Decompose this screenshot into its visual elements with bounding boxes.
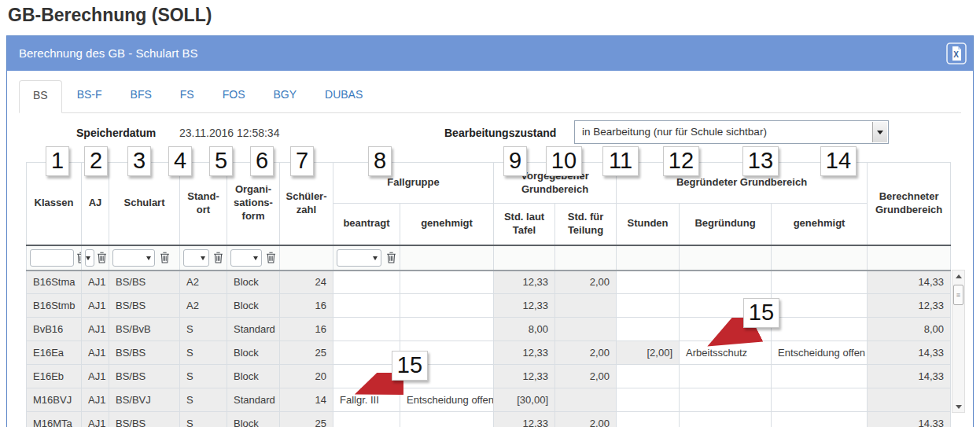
cell-schulart: BS/BS — [109, 365, 180, 388]
cell-schulart: BS/BS — [109, 412, 180, 427]
tab-bar: BS BS-F BFS FS FOS BGY DUBAS — [19, 80, 961, 113]
group-header-fallgruppe: Fallgruppe — [333, 163, 494, 204]
filter-select-aj[interactable] — [85, 249, 94, 267]
cell-standort: S — [180, 318, 227, 341]
cell-stunden[interactable] — [617, 412, 680, 427]
cell-stunden[interactable] — [617, 271, 680, 294]
scroll-down-icon[interactable] — [952, 401, 964, 412]
cell-genehmigt[interactable] — [400, 318, 494, 341]
cell-organisationsform: Standard — [227, 318, 280, 341]
table-row: B16StmbAJ1BS/BSA2Block1612,3312,33 — [27, 294, 951, 318]
filter-input-klassen[interactable] — [30, 249, 74, 267]
cell-schulart: BS/BS — [109, 341, 180, 365]
cell-genehmigt[interactable] — [400, 294, 494, 318]
caret-down-icon — [253, 256, 258, 260]
cell-organisationsform: Block — [227, 271, 280, 294]
filter-select-beantragt[interactable] — [337, 249, 381, 267]
cell-begruendung[interactable] — [680, 271, 772, 294]
bearbeitungszustand-select[interactable]: in Bearbeitung (nur für Schule sichtbar) — [574, 120, 889, 144]
cell-standort: S — [180, 412, 227, 427]
tab-bfs[interactable]: BFS — [117, 80, 165, 112]
cell-genehmigt2[interactable] — [772, 388, 868, 412]
cell-schulart: BS/BS — [109, 271, 180, 294]
annotation-box-15b: 15 — [392, 351, 428, 381]
cell-std-fuer-teilung: 2,00 — [555, 271, 617, 294]
caret-down-icon — [146, 256, 151, 260]
cell-genehmigt[interactable] — [400, 271, 494, 294]
cell-berechneter-grundbereich: 14,33 — [868, 412, 951, 427]
col-header-beantragt: beantragt — [333, 204, 400, 245]
cell-begruendung[interactable] — [680, 365, 772, 388]
cell-std-fuer-teilung: 2,00 — [555, 365, 617, 388]
cell-stunden[interactable] — [617, 294, 680, 318]
bearbeitungszustand-label: Bearbeitungszustand — [444, 127, 556, 139]
cell-begruendung[interactable] — [680, 412, 772, 427]
cell-beantragt[interactable] — [333, 294, 400, 318]
scrollbar-thumb[interactable]: ≡ — [953, 285, 963, 305]
tab-fs[interactable]: FS — [167, 80, 208, 112]
cell-aj: AJ1 — [82, 388, 109, 412]
tab-dubas[interactable]: DUBAS — [311, 80, 376, 112]
vertical-scrollbar[interactable]: ≡ — [952, 270, 965, 413]
cell-genehmigt2[interactable] — [772, 318, 868, 341]
cell-schuelerzahl: 14 — [280, 388, 333, 412]
annotation-box-10: 10 — [546, 146, 582, 176]
tab-bs-f[interactable]: BS-F — [64, 80, 116, 112]
cell-beantragt[interactable] — [333, 271, 400, 294]
cell-begruendung[interactable] — [680, 388, 772, 412]
caret-down-icon — [373, 256, 378, 260]
table-row: E16EaAJ1BS/BSSBlock2512,332,00[2,00]Arbe… — [27, 341, 951, 365]
col-header-std-laut-tafel: Std. laut Tafel — [494, 204, 555, 245]
tab-bgy[interactable]: BGY — [260, 80, 310, 112]
annotation-box-6: 6 — [250, 146, 274, 176]
annotation-box-3: 3 — [127, 146, 151, 176]
cell-genehmigt2[interactable]: Entscheidung offen — [772, 341, 868, 365]
tab-bs[interactable]: BS — [19, 80, 62, 113]
cell-beantragt[interactable] — [333, 318, 400, 341]
clear-filter-schulart-button[interactable] — [157, 250, 171, 266]
cell-beantragt[interactable] — [333, 412, 400, 427]
cell-genehmigt[interactable] — [400, 412, 494, 427]
clear-filter-klassen-button[interactable] — [76, 250, 82, 266]
cell-genehmigt2[interactable] — [772, 271, 868, 294]
cell-std-fuer-teilung — [555, 388, 617, 412]
filter-select-schulart[interactable] — [112, 249, 155, 267]
scroll-up-icon[interactable] — [952, 271, 964, 282]
cell-schuelerzahl: 16 — [280, 318, 333, 341]
cell-stunden[interactable] — [617, 388, 680, 412]
cell-beantragt[interactable] — [333, 341, 400, 365]
annotation-box-13: 13 — [742, 146, 779, 176]
clear-filter-beantragt-button[interactable] — [384, 250, 398, 266]
table-zone: Klassen AJ Schulart Stand-ort Organi-sat… — [26, 162, 961, 427]
cell-klassen: E16Ea — [27, 341, 82, 365]
cell-schulart: BS/BS — [109, 294, 180, 318]
filter-select-organisationsform[interactable] — [230, 249, 262, 267]
cell-stunden[interactable] — [617, 365, 680, 388]
excel-export-icon[interactable]: X — [946, 42, 967, 64]
cell-aj: AJ1 — [82, 271, 109, 294]
clear-filter-organisationsform-button[interactable] — [264, 250, 278, 266]
cell-stunden[interactable] — [617, 318, 680, 341]
cell-std-laut-tafel: 12,33 — [494, 294, 555, 318]
cell-std-laut-tafel: 12,33 — [494, 271, 555, 294]
cell-genehmigt2[interactable] — [772, 294, 868, 318]
cell-genehmigt2[interactable] — [772, 412, 868, 427]
annotation-box-14: 14 — [820, 146, 857, 176]
cell-berechneter-grundbereich: 14,33 — [868, 271, 951, 294]
bearbeitungszustand-dropdown-button[interactable] — [872, 122, 887, 142]
cell-std-fuer-teilung: 2,00 — [555, 341, 617, 365]
cell-schuelerzahl: 20 — [280, 365, 333, 388]
cell-genehmigt2[interactable] — [772, 365, 868, 388]
cell-schuelerzahl: 25 — [280, 412, 333, 427]
annotation-box-7: 7 — [290, 146, 314, 176]
cell-standort: A2 — [180, 271, 227, 294]
tab-fos[interactable]: FOS — [209, 80, 259, 112]
annotation-box-8: 8 — [368, 146, 392, 176]
cell-genehmigt[interactable]: Entscheidung offen — [400, 388, 494, 412]
svg-text:X: X — [953, 50, 959, 59]
filter-select-standort[interactable] — [183, 249, 209, 267]
clear-filter-aj-button[interactable] — [97, 250, 107, 266]
speicherdatum-label: Speicherdatum — [76, 127, 156, 139]
cell-organisationsform: Block — [227, 294, 280, 318]
clear-filter-standort-button[interactable] — [212, 250, 225, 266]
